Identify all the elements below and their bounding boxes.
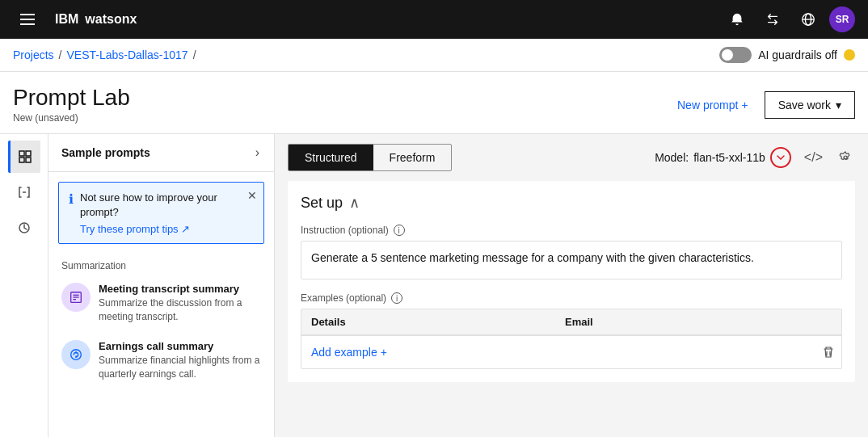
breadcrumb-sep-1: / (59, 48, 62, 61)
external-link-icon: ↗ (181, 223, 190, 235)
instruction-label-text: Instruction (optional) (301, 225, 389, 236)
hamburger-menu-button[interactable] (13, 5, 42, 34)
tab-structured[interactable]: Structured (289, 145, 373, 170)
instruction-field-label: Instruction (optional) i (301, 225, 842, 236)
add-example-label: Add example (311, 346, 377, 359)
info-banner-content: ℹ Not sure how to improve your prompt? T… (69, 191, 254, 235)
breadcrumb-projects[interactable]: Projects (13, 48, 54, 61)
setup-section-heading: Set up ∧ (301, 194, 842, 212)
sample-item-earnings-title: Earnings call summary (99, 340, 261, 352)
model-selector: Model: flan-t5-xxl-11b (655, 147, 791, 168)
sample-item-earnings-text: Earnings call summary Summarize financia… (99, 340, 261, 381)
new-prompt-label: New prompt (677, 99, 738, 111)
rail-grid-button[interactable] (8, 141, 40, 173)
main-content: Structured Freeform Model: flan-t5-xxl-1… (275, 134, 868, 437)
left-rail (0, 134, 48, 437)
sidebar: Sample prompts › ✕ ℹ Not sure how to imp… (48, 134, 275, 437)
model-label: Model: (655, 151, 689, 164)
breadcrumb-sep-2: / (193, 48, 196, 61)
info-banner-text: Not sure how to improve your prompt? (80, 191, 254, 220)
sample-item-meeting-title: Meeting transcript summary (99, 283, 261, 295)
page-title-area: Prompt Lab New (unsaved) (13, 85, 130, 124)
globe-button[interactable] (794, 5, 823, 34)
sample-item-meeting-text: Meeting transcript summary Summarize the… (99, 283, 261, 324)
brand-logo: IBM watsonx (55, 12, 137, 27)
add-example-email-cell (555, 346, 809, 359)
save-work-button[interactable]: Save work ▾ (765, 91, 855, 119)
sample-item-meeting-desc: Summarize the discussion from a meeting … (99, 296, 261, 324)
toolbar-right: Model: flan-t5-xxl-11b </> (655, 147, 855, 168)
add-example-cell: Add example + (301, 339, 555, 365)
svg-point-16 (71, 350, 82, 360)
sidebar-title: Sample prompts (61, 146, 150, 159)
sample-item-earnings-icon (61, 340, 91, 369)
instruction-input[interactable]: Generate a 5 sentence marketing message … (301, 241, 842, 279)
user-avatar[interactable]: SR (829, 6, 855, 32)
code-view-button[interactable]: </> (801, 147, 826, 168)
content-toolbar: Structured Freeform Model: flan-t5-xxl-1… (275, 134, 868, 181)
info-banner-close-button[interactable]: ✕ (247, 189, 257, 202)
setup-title: Set up (301, 195, 343, 212)
svg-rect-7 (26, 151, 31, 156)
guardrails-toggle[interactable] (719, 47, 752, 63)
exchange-button[interactable] (758, 5, 787, 34)
breadcrumb-bar: Projects / VEST-Labs-Dallas-1017 / AI gu… (0, 39, 868, 72)
brand-product: watsonx (85, 12, 137, 27)
guardrails-label: AI guardrails off (758, 48, 837, 61)
info-banner: ✕ ℹ Not sure how to improve your prompt?… (58, 182, 264, 244)
sample-item-earnings[interactable]: Earnings call summary Summarize financia… (48, 332, 274, 389)
sample-item-meeting[interactable]: Meeting transcript summary Summarize the… (48, 275, 274, 332)
svg-rect-8 (19, 158, 24, 162)
sidebar-close-button[interactable]: › (254, 144, 261, 162)
table-col-email: Email (555, 309, 809, 334)
sample-item-meeting-icon (61, 283, 91, 312)
notification-button[interactable] (723, 5, 752, 34)
examples-field-label: Examples (optional) i (301, 292, 842, 304)
breadcrumb: Projects / VEST-Labs-Dallas-1017 / (13, 48, 196, 61)
collapse-section-icon[interactable]: ∧ (349, 194, 360, 212)
view-tab-group: Structured Freeform (288, 144, 452, 171)
guardrails-status-dot (844, 49, 855, 61)
save-work-label: Save work (778, 99, 831, 111)
rail-brackets-button[interactable] (8, 176, 40, 208)
table-col-details: Details (301, 309, 555, 334)
svg-rect-9 (26, 158, 31, 162)
svg-rect-2 (20, 23, 35, 25)
save-work-chevron-icon: ▾ (836, 99, 841, 111)
add-example-action-cell (809, 336, 841, 368)
page-actions: New prompt + Save work ▾ (668, 91, 855, 119)
code-icon: </> (804, 150, 823, 165)
new-prompt-plus-icon: + (741, 99, 748, 111)
rail-history-button[interactable] (8, 212, 40, 244)
breadcrumb-project-name[interactable]: VEST-Labs-Dallas-1017 (66, 48, 188, 61)
sample-item-earnings-desc: Summarize financial highlights from a qu… (99, 354, 261, 381)
brand-ibm: IBM (55, 12, 78, 27)
prompt-area: Set up ∧ Instruction (optional) i Genera… (288, 181, 855, 382)
delete-example-button[interactable] (819, 342, 838, 362)
main-layout: Sample prompts › ✕ ℹ Not sure how to imp… (0, 134, 868, 437)
table-add-row: Add example + (301, 335, 841, 368)
new-prompt-button[interactable]: New prompt + (668, 92, 758, 118)
examples-info-icon[interactable]: i (391, 292, 402, 304)
table-col-actions (809, 309, 841, 334)
svg-rect-1 (20, 19, 35, 20)
svg-rect-0 (20, 14, 35, 15)
page-header: Prompt Lab New (unsaved) New prompt + Sa… (0, 72, 868, 134)
top-navigation: IBM watsonx SR (0, 0, 868, 39)
instruction-info-icon[interactable]: i (394, 225, 405, 236)
add-example-button[interactable]: Add example + (311, 346, 387, 359)
examples-table: Details Email Add example + (301, 309, 842, 369)
info-icon: ℹ (69, 191, 74, 207)
sidebar-section-label: Summarization (48, 254, 274, 275)
guardrails-control: AI guardrails off (719, 47, 855, 63)
table-header-row: Details Email (301, 309, 841, 335)
model-name: flan-t5-xxl-11b (693, 151, 765, 164)
model-chevron-button[interactable] (770, 147, 791, 168)
info-link-label: Try these prompt tips (80, 223, 179, 235)
settings-button[interactable] (836, 148, 855, 167)
page-subtitle: New (unsaved) (13, 112, 130, 124)
info-banner-link[interactable]: Try these prompt tips ↗ (80, 223, 190, 235)
examples-label-text: Examples (optional) (301, 292, 386, 304)
sidebar-header: Sample prompts › (48, 134, 274, 172)
tab-freeform[interactable]: Freeform (373, 145, 452, 170)
